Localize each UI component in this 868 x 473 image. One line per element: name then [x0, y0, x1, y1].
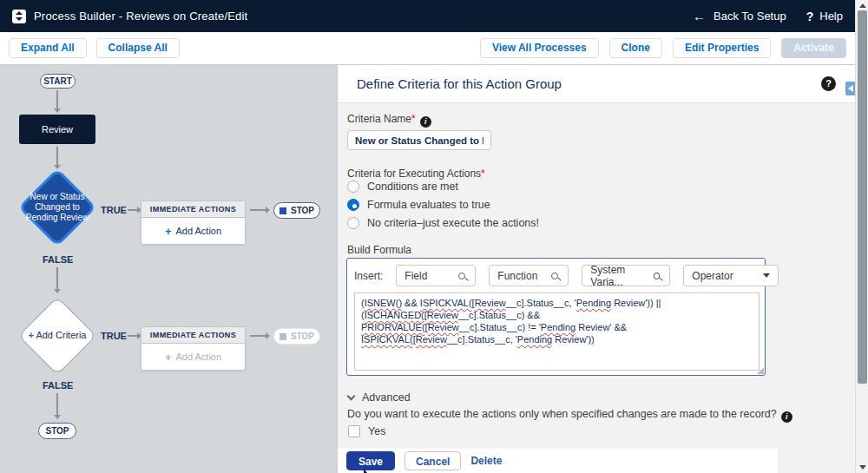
- insert-system-variable-button[interactable]: System Varia...: [582, 265, 670, 286]
- immediate-actions-header-1: IMMEDIATE ACTIONS: [141, 201, 245, 218]
- insert-row: Insert: Field Function System Varia... O…: [354, 265, 779, 286]
- insert-field-button[interactable]: Field: [396, 265, 476, 286]
- help-icon[interactable]: ?: [806, 10, 814, 23]
- flow-arrow: [56, 267, 58, 289]
- expand-all-button[interactable]: Expand All: [9, 38, 87, 58]
- collapse-all-button[interactable]: Collapse All: [96, 38, 180, 58]
- radio-circle[interactable]: [347, 181, 359, 193]
- plus-icon: +: [165, 225, 172, 238]
- panel-footer: Save Cancel Delete: [338, 449, 778, 473]
- search-icon: [551, 273, 558, 279]
- delete-link[interactable]: Delete: [470, 455, 502, 467]
- app-title: Process Builder - Reviews on Create/Edit: [34, 10, 247, 23]
- process-builder-icon: [12, 10, 26, 23]
- add-criteria-label[interactable]: + Add Criteria: [14, 330, 101, 341]
- resize-handle[interactable]: [757, 367, 764, 374]
- start-node: START: [40, 74, 76, 89]
- scroll-up-icon[interactable]: [859, 3, 866, 8]
- radio-circle-selected[interactable]: [347, 199, 359, 211]
- stop-square-icon: [279, 207, 286, 214]
- flow-arrow: [56, 147, 58, 165]
- insert-label: Insert:: [354, 270, 383, 282]
- stop-square-icon: [279, 333, 286, 340]
- panel-help-icon[interactable]: ?: [821, 76, 836, 91]
- add-action-button-2: + Add Action: [141, 344, 245, 370]
- criteria-name-input[interactable]: [347, 130, 491, 150]
- radio-no-criteria[interactable]: No criteria–just execute the actions!: [347, 217, 539, 229]
- back-arrow-icon[interactable]: ←: [693, 9, 706, 23]
- stop-node-3: STOP: [38, 423, 76, 439]
- back-to-setup-link[interactable]: Back To Setup: [713, 10, 786, 23]
- trigger-node-review[interactable]: Review: [19, 115, 95, 144]
- vertical-scrollbar[interactable]: [855, 0, 868, 473]
- criteria-diamond-label[interactable]: New or Status Changed to Pending Review: [18, 192, 96, 224]
- formula-builder: Insert: Field Function System Varia... O…: [346, 258, 766, 376]
- plus-icon: +: [29, 330, 34, 340]
- cancel-button[interactable]: Cancel: [404, 451, 461, 470]
- true-label-1: TRUE: [101, 205, 127, 215]
- app-header: Process Builder - Reviews on Create/Edit…: [0, 0, 855, 32]
- flow-arrow: [56, 90, 58, 108]
- build-formula-label: Build Formula: [347, 244, 411, 256]
- immediate-actions-box-2: IMMEDIATE ACTIONS + Add Action: [141, 326, 246, 371]
- operator-dropdown[interactable]: Operator: [683, 265, 779, 286]
- criteria-panel: Define Criteria for this Action Group ? …: [337, 65, 855, 473]
- save-button[interactable]: Save: [346, 451, 395, 470]
- view-all-processes-button[interactable]: View All Processes: [480, 38, 599, 58]
- immediate-actions-box-1: IMMEDIATE ACTIONS + Add Action: [141, 200, 246, 245]
- flow-arrow: [128, 209, 137, 211]
- change-question-label: Do you want to execute the actions only …: [347, 408, 792, 423]
- flow-arrow: [128, 335, 137, 337]
- advanced-toggle[interactable]: Advanced: [348, 391, 411, 404]
- false-label-2: FALSE: [43, 380, 73, 391]
- true-label-2: TRUE: [101, 331, 127, 341]
- scrollbar-thumb[interactable]: [858, 10, 868, 384]
- help-link[interactable]: Help: [819, 10, 843, 23]
- formula-textarea[interactable]: (ISNEW() && ISPICKVAL([Review__c].Status…: [354, 292, 760, 371]
- search-icon: [654, 273, 660, 279]
- executing-actions-label: Criteria for Executing Actions*: [347, 168, 485, 180]
- add-action-button-1[interactable]: + Add Action: [141, 218, 245, 244]
- edit-properties-button[interactable]: Edit Properties: [673, 38, 771, 58]
- panel-header: Define Criteria for this Action Group ?: [338, 65, 855, 103]
- process-canvas: START Review New or Status Changed to Pe…: [0, 65, 337, 473]
- activate-button: Activate: [781, 38, 846, 58]
- panel-title: Define Criteria for this Action Group: [357, 76, 562, 91]
- toolbar: Expand All Collapse All View All Process…: [0, 32, 855, 65]
- chevron-down-icon: [763, 273, 770, 278]
- info-icon[interactable]: i: [781, 411, 792, 423]
- stop-node-1: STOP: [273, 202, 320, 219]
- radio-conditions-are-met[interactable]: Conditions are met: [347, 181, 458, 193]
- chevron-down-icon: [347, 391, 356, 400]
- required-asterisk: *: [481, 168, 485, 180]
- scroll-down-icon[interactable]: [859, 465, 866, 470]
- yes-checkbox[interactable]: [348, 425, 360, 437]
- stop-node-2: STOP: [273, 328, 320, 345]
- flow-arrow: [56, 393, 58, 415]
- info-icon[interactable]: i: [420, 116, 431, 128]
- plus-icon: +: [165, 351, 172, 364]
- radio-circle[interactable]: [347, 217, 359, 229]
- false-label-1: FALSE: [43, 254, 73, 265]
- required-asterisk: *: [411, 113, 416, 125]
- radio-formula-evaluates-true[interactable]: Formula evaluates to true: [347, 199, 490, 211]
- yes-checkbox-row[interactable]: Yes: [348, 425, 385, 437]
- clone-button[interactable]: Clone: [609, 38, 662, 58]
- insert-function-button[interactable]: Function: [489, 265, 569, 286]
- flow-arrow: [250, 209, 266, 211]
- immediate-actions-header-2: IMMEDIATE ACTIONS: [141, 327, 245, 344]
- criteria-name-label: Criteria Name*i: [347, 113, 431, 128]
- search-icon: [458, 273, 465, 279]
- flow-arrow: [250, 335, 266, 337]
